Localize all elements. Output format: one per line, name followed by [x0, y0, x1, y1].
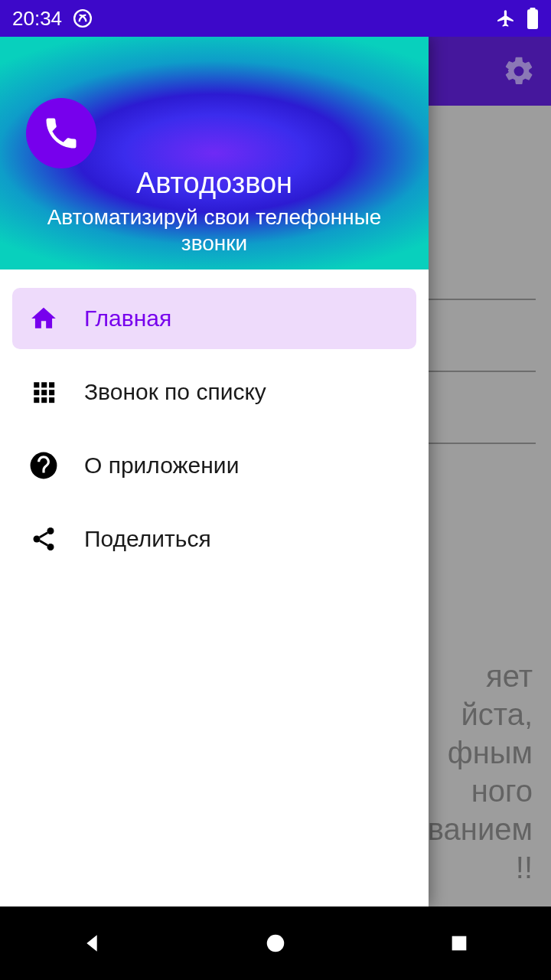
home-icon [29, 304, 58, 333]
drawer-header: Автодозвон Автоматизируй свои телефонные… [0, 37, 429, 270]
apps-icon [29, 379, 58, 405]
drawer-item-share[interactable]: Поделиться [12, 508, 416, 570]
svg-rect-7 [41, 390, 47, 395]
svg-rect-1 [527, 9, 538, 29]
svg-point-0 [74, 10, 91, 27]
nav-back-button[interactable] [77, 928, 107, 959]
app-logo [26, 98, 96, 168]
status-bar: 20:34 [0, 0, 551, 37]
svg-rect-9 [34, 397, 39, 403]
drawer-subtitle: Автоматизируй свои телефонные звонки [15, 204, 413, 256]
nav-home-button[interactable] [260, 928, 291, 959]
system-nav-bar [0, 906, 551, 980]
svg-rect-6 [34, 390, 39, 395]
help-icon [29, 451, 58, 480]
settings-icon[interactable] [502, 54, 536, 88]
svg-rect-10 [41, 397, 47, 403]
airplane-icon [496, 8, 516, 28]
battery-icon [527, 8, 539, 29]
status-left: 20:34 [12, 7, 93, 31]
share-icon [29, 525, 58, 553]
svg-rect-3 [34, 382, 39, 387]
navigation-drawer: Автодозвон Автоматизируй свои телефонные… [0, 37, 429, 906]
drawer-item-label: Поделиться [84, 526, 211, 552]
svg-rect-11 [49, 397, 54, 403]
svg-rect-5 [49, 382, 54, 387]
drawer-list: Главная Звонок по списку О приложении По… [0, 270, 429, 600]
svg-rect-17 [452, 936, 467, 951]
drawer-item-label: О приложении [84, 452, 239, 479]
svg-point-16 [267, 935, 285, 952]
svg-point-13 [47, 528, 54, 534]
svg-rect-8 [49, 390, 54, 395]
nav-recent-button[interactable] [444, 928, 474, 959]
drawer-item-label: Звонок по списку [84, 379, 266, 405]
drawer-item-call-list[interactable]: Звонок по списку [12, 361, 416, 423]
status-time: 20:34 [12, 7, 62, 31]
drawer-item-home[interactable]: Главная [12, 288, 416, 349]
no-sim-icon [73, 8, 93, 28]
drawer-title: Автодозвон [136, 167, 292, 200]
drawer-item-label: Главная [84, 305, 171, 332]
svg-rect-2 [530, 8, 536, 11]
status-right [496, 8, 539, 29]
drawer-item-about[interactable]: О приложении [12, 435, 416, 496]
svg-point-14 [34, 536, 41, 543]
svg-point-15 [47, 544, 54, 550]
svg-rect-4 [41, 382, 47, 387]
